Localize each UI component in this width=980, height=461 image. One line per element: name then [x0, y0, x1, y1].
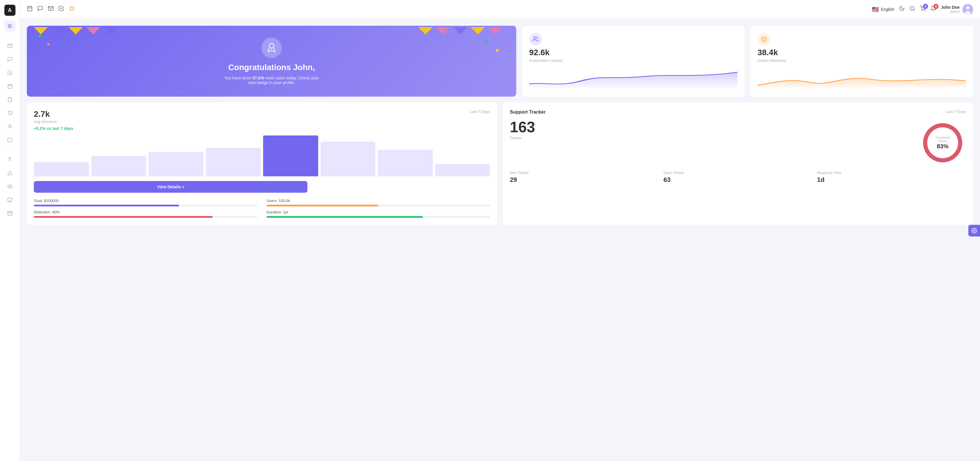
progress-goal-label: Goal: $100000: [34, 199, 257, 203]
sidebar-item-home[interactable]: ⊞: [5, 21, 16, 32]
dashboard: Congratulations John, You have done 57.6…: [20, 19, 980, 461]
support-title: Support Tracker: [510, 110, 546, 115]
svg-point-24: [924, 11, 925, 11]
topbar-chat-icon[interactable]: [37, 6, 43, 13]
hero-badge: [261, 38, 282, 58]
svg-rect-1: [8, 85, 12, 88]
subscribers-label: Subscribers Gained: [529, 58, 738, 63]
bar-6: [321, 142, 375, 176]
donut-center-label: Completed Tickets: [931, 136, 955, 143]
sessions-period: Last 7 Days: [470, 110, 490, 114]
user-profile[interactable]: John Doe admin: [941, 4, 973, 14]
confetti-5: [496, 49, 499, 52]
topbar-mail-icon[interactable]: [48, 6, 54, 13]
sidebar-item-view[interactable]: [5, 181, 16, 192]
progress-users-fill: [267, 205, 378, 206]
donut-center-value: 83%: [931, 143, 955, 150]
bar-3: [148, 152, 204, 176]
topbar-star-icon[interactable]: [69, 6, 75, 13]
sidebar: A ⊞ ··· ··· T: [0, 0, 20, 461]
sidebar-item-tasks[interactable]: [5, 67, 16, 78]
svg-point-23: [922, 11, 923, 11]
search-icon[interactable]: [909, 6, 915, 13]
svg-point-6: [11, 115, 12, 115]
topbar-check-icon[interactable]: [58, 6, 64, 13]
sidebar-item-calendar[interactable]: [5, 81, 16, 92]
sidebar-item-users[interactable]: [5, 121, 16, 132]
svg-point-39: [534, 37, 536, 39]
bottom-row: 2.7k Avg Sessions Last 7 Days +5.2% vs l…: [27, 102, 973, 225]
progress-duration-fill: [267, 216, 423, 218]
new-tickets-label: New Tickets: [510, 171, 659, 175]
user-name: John Doe: [941, 5, 959, 10]
sidebar-item-docs[interactable]: [5, 94, 16, 105]
sidebar-item-archive[interactable]: [5, 208, 16, 219]
bar-4: [206, 148, 261, 176]
support-card: Support Tracker Last 7 Days 163 Tickets: [503, 102, 973, 225]
support-header: Support Tracker Last 7 Days: [510, 110, 966, 115]
confetti-2: [47, 43, 49, 46]
support-tickets-value: 163: [510, 120, 535, 135]
bar-8: [435, 164, 490, 176]
progress-retention: Retention: 90%: [34, 210, 257, 218]
hero-subtitle-highlight: 57.6%: [253, 76, 264, 80]
notifications-icon-wrapper[interactable]: 6: [931, 6, 936, 13]
sidebar-item-mail[interactable]: [5, 40, 16, 51]
sidebar-item-chat[interactable]: [5, 54, 16, 65]
svg-point-26: [966, 6, 969, 10]
new-tickets-stat: New Tickets 29: [510, 171, 659, 183]
view-details-button[interactable]: View Details »: [34, 181, 307, 193]
avatar[interactable]: [963, 4, 973, 14]
progress-goal: Goal: $100000: [34, 199, 257, 206]
subscribers-chart: [529, 66, 738, 89]
progress-users: Users: 100.0k: [267, 199, 490, 206]
cart-icon-wrapper[interactable]: 5: [920, 6, 926, 13]
confetti-1: [38, 34, 41, 37]
new-tickets-value: 29: [510, 176, 659, 183]
sessions-change: +5.2% vs last 7 days: [34, 126, 490, 131]
progress-retention-fill: [34, 216, 213, 218]
main-wrapper: 🇺🇸 English 5 6 John Doe admin: [20, 0, 980, 461]
progress-section: Goal: $100000 Users: 100.0k Retention: 9…: [34, 199, 490, 218]
svg-marker-32: [104, 27, 118, 34]
sidebar-item-cart[interactable]: [5, 107, 16, 118]
settings-icon: [971, 228, 977, 234]
sidebar-item-shapes[interactable]: [5, 167, 16, 179]
svg-point-9: [9, 186, 11, 187]
progress-duration-bg: [267, 216, 490, 218]
hero-card: Congratulations John, You have done 57.6…: [27, 26, 516, 97]
open-tickets-stat: Open Tickets 63: [663, 171, 813, 183]
confetti-3: [36, 55, 37, 57]
orders-card: 38.4k Orders Received: [751, 26, 973, 97]
sessions-label: Avg Sessions: [34, 120, 57, 124]
subscribers-value: 92.6k: [529, 48, 738, 57]
sidebar-item-layout[interactable]: [5, 195, 16, 206]
confetti-4: [485, 40, 487, 43]
settings-fab[interactable]: [968, 225, 980, 236]
subscribers-icon: [529, 33, 542, 46]
topbar-calendar-icon[interactable]: [27, 6, 33, 13]
bar-7: [378, 150, 433, 176]
sidebar-item-text[interactable]: T: [5, 154, 16, 165]
orders-label: Orders Received: [757, 58, 966, 63]
cart-badge: 5: [923, 4, 928, 9]
svg-marker-29: [51, 27, 65, 34]
sessions-card: 2.7k Avg Sessions Last 7 Days +5.2% vs l…: [27, 102, 497, 225]
app-logo[interactable]: A: [5, 5, 16, 16]
sidebar-dots-2: ···: [7, 148, 12, 152]
progress-users-label: Users: 100.0k: [267, 199, 490, 203]
open-tickets-label: Open Tickets: [663, 171, 813, 175]
hero-title: Congratulations John,: [228, 63, 315, 72]
response-time-stat: Response Time 1d: [817, 171, 966, 183]
bar-2: [91, 156, 146, 176]
online-indicator: [970, 12, 973, 14]
svg-point-21: [910, 6, 914, 10]
hero-subtitle-prefix: You have done: [224, 76, 253, 80]
svg-point-38: [269, 43, 274, 48]
user-text: John Doe admin: [941, 5, 959, 14]
svg-marker-31: [86, 27, 100, 34]
dark-mode-icon[interactable]: [899, 6, 905, 13]
sidebar-item-files[interactable]: [5, 134, 16, 145]
progress-goal-bg: [34, 205, 257, 206]
language-selector[interactable]: 🇺🇸 English: [872, 6, 894, 13]
